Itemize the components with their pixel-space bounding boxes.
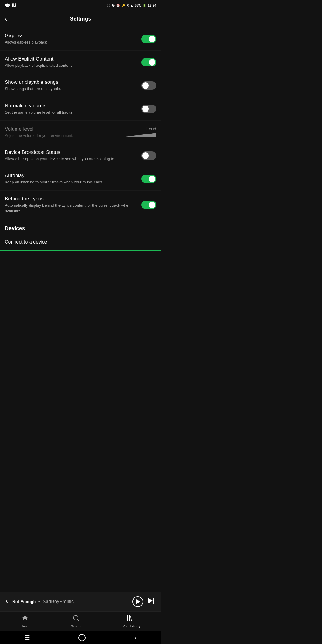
top-nav: ‹ Settings (0, 11, 161, 27)
setting-title-explicit: Allow Explicit Content (5, 56, 137, 62)
setting-item-normalize: Normalize volume Set the same volume lev… (0, 97, 161, 121)
setting-desc-explicit: Allow playback of explicit-rated content (5, 63, 137, 68)
alarm-icon: ⏰ (116, 4, 120, 7)
time: 12:24 (148, 4, 156, 7)
toggle-gapless[interactable] (141, 35, 156, 43)
setting-item-autoplay: Autoplay Keep on listening to similar tr… (0, 167, 161, 191)
key-icon: 🔑 (121, 4, 126, 7)
status-icons-left: 💬 🖼 (5, 3, 16, 8)
devices-section-header: Devices (0, 219, 161, 234)
setting-title-normalize: Normalize volume (5, 103, 137, 109)
setting-desc-volume: Adjust the volume for your environment. (5, 133, 116, 138)
messenger-icon: 💬 (5, 3, 10, 8)
setting-desc-broadcast: Allow other apps on your device to see w… (5, 156, 137, 162)
back-button[interactable]: ‹ (5, 15, 17, 23)
connect-to-device[interactable]: Connect to a device (0, 234, 161, 251)
toggle-autoplay[interactable] (141, 175, 156, 183)
status-icons-right: 🎧 ⊖ ⏰ 🔑 ▽ ▲ 68% 🔋 12:24 (106, 3, 156, 7)
setting-item-gapless: Gapless Allows gapless playback (0, 27, 161, 51)
setting-desc-autoplay: Keep on listening to similar tracks when… (5, 179, 137, 185)
setting-desc-lyrics: Automatically display Behind the Lyrics … (5, 203, 137, 213)
toggle-normalize[interactable] (141, 105, 156, 113)
setting-title-unplayable: Show unplayable songs (5, 79, 137, 85)
battery-percent: 68% (135, 4, 141, 7)
dnd-icon: ⊖ (112, 3, 115, 7)
setting-desc-normalize: Set the same volume level for all tracks (5, 110, 137, 115)
photos-icon: 🖼 (12, 3, 16, 8)
setting-title-volume: Volume level (5, 126, 116, 132)
setting-item-volume-level: Volume level Adjust the volume for your … (0, 121, 161, 144)
toggle-unplayable[interactable] (141, 81, 156, 90)
setting-title-gapless: Gapless (5, 33, 137, 39)
wifi-icon: ▽ (127, 4, 129, 7)
svg-marker-0 (120, 133, 156, 137)
volume-slider-svg (120, 131, 156, 137)
volume-bar (120, 131, 156, 137)
setting-title-lyrics: Behind the Lyrics (5, 196, 137, 202)
volume-value: Loud (146, 126, 156, 131)
setting-title-broadcast: Device Broadcast Status (5, 149, 137, 155)
setting-desc-unplayable: Show songs that are unplayable. (5, 86, 137, 92)
signal-icon: ▲ (130, 4, 134, 7)
toggle-lyrics[interactable] (141, 201, 156, 209)
toggle-explicit[interactable] (141, 58, 156, 66)
setting-desc-gapless: Allows gapless playback (5, 40, 137, 45)
volume-display: Loud (120, 126, 156, 137)
page-title: Settings (17, 16, 144, 22)
toggle-broadcast[interactable] (141, 151, 156, 160)
setting-title-autoplay: Autoplay (5, 173, 137, 179)
settings-list: Gapless Allows gapless playback Allow Ex… (0, 27, 161, 251)
battery-icon: 🔋 (143, 4, 147, 7)
status-bar: 💬 🖼 🎧 ⊖ ⏰ 🔑 ▽ ▲ 68% 🔋 12:24 (0, 0, 161, 11)
headphone-icon: 🎧 (106, 4, 111, 7)
setting-item-unplayable: Show unplayable songs Show songs that ar… (0, 74, 161, 97)
setting-item-explicit: Allow Explicit Content Allow playback of… (0, 51, 161, 74)
setting-item-lyrics: Behind the Lyrics Automatically display … (0, 191, 161, 219)
setting-item-broadcast: Device Broadcast Status Allow other apps… (0, 144, 161, 167)
